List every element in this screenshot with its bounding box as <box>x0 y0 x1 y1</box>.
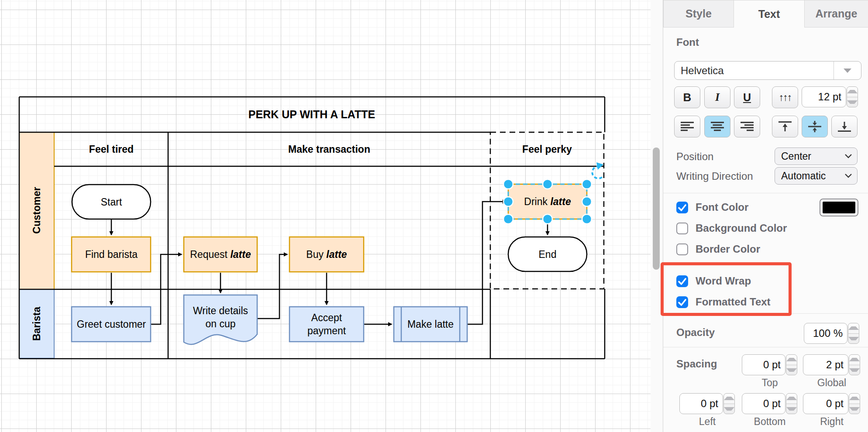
bold-button[interactable]: B <box>674 86 700 108</box>
tab-arrange[interactable]: Arrange <box>804 0 868 27</box>
node-end-label: End <box>539 249 557 260</box>
spacing-bottom-input[interactable]: 0 pt <box>742 393 785 414</box>
phase-feel-tired-label: Feel tired <box>89 144 134 155</box>
border-color-checkbox[interactable] <box>676 243 688 255</box>
format-tabbar: Style Text Arrange <box>663 0 868 28</box>
font-size-stepper[interactable] <box>847 86 858 107</box>
node-request-latte-label: Request latte <box>190 249 251 260</box>
chevron-down-icon <box>845 174 852 178</box>
spacing-right-input[interactable]: 0 pt <box>803 393 848 414</box>
connector-write-buy[interactable] <box>257 254 287 319</box>
spacing-label: Spacing <box>676 358 717 370</box>
position-select[interactable]: Center <box>775 147 858 165</box>
italic-button[interactable]: I <box>704 86 730 108</box>
writing-direction-label: Writing Direction <box>676 170 753 182</box>
align-center-icon <box>711 121 724 132</box>
phase-feel-perky-label: Feel perky <box>522 144 572 155</box>
chevron-down-icon <box>845 154 852 158</box>
font-color-checkbox[interactable] <box>676 202 688 213</box>
vertical-text-button[interactable]: ↑↑↑ <box>772 86 798 108</box>
node-start-label: Start <box>101 196 122 208</box>
valign-top-button[interactable] <box>772 116 798 137</box>
spacing-top-label: Top <box>742 377 798 389</box>
font-family-dropdown-button[interactable] <box>834 62 861 79</box>
opacity-stepper[interactable] <box>848 323 859 344</box>
font-section-label: Font <box>676 36 699 48</box>
valign-middle-button[interactable] <box>802 116 828 137</box>
spacing-top-input[interactable]: 0 pt <box>742 354 785 375</box>
connector-make-drink[interactable] <box>467 202 506 324</box>
diagram-canvas[interactable]: PERK UP WITH A LATTE Feel tired Make tra… <box>0 0 652 432</box>
spacing-right-stepper[interactable] <box>849 393 860 414</box>
tab-text[interactable]: Text <box>734 0 805 27</box>
border-color-row: Border Color <box>676 240 760 258</box>
vertical-text-icon: ↑↑↑ <box>779 92 792 103</box>
phase-make-transaction-label: Make transaction <box>288 144 370 155</box>
align-left-icon <box>681 121 694 132</box>
valign-top-icon <box>778 121 792 132</box>
writing-direction-select[interactable]: Automatic <box>775 167 858 185</box>
spacing-global-label: Global <box>803 377 861 389</box>
align-left-button[interactable] <box>674 116 700 137</box>
dropdown-arrow-icon <box>844 69 851 73</box>
font-family-combobox[interactable]: Helvetica <box>674 61 861 80</box>
lane-barista-label: Barista <box>31 307 42 341</box>
check-icon <box>676 202 688 213</box>
spacing-global-input[interactable]: 2 pt <box>803 354 848 375</box>
node-drink-latte-label: Drink latte <box>524 196 571 207</box>
annotation-highlight-box <box>661 262 792 316</box>
font-color-swatch-button[interactable] <box>820 199 858 216</box>
node-greet-customer-label: Greet customer <box>77 319 146 330</box>
drawio-app: { "diagram": { "title": "PERK UP WITH A … <box>0 0 868 432</box>
opacity-input[interactable]: 100 % <box>804 323 847 344</box>
font-family-value: Helvetica <box>675 65 834 77</box>
vertical-scrollbar-thumb[interactable] <box>653 147 660 270</box>
color-preview <box>823 202 855 213</box>
spacing-left-label: Left <box>679 416 735 428</box>
node-find-barista-label: Find barista <box>85 249 138 260</box>
align-center-button[interactable] <box>704 116 730 137</box>
format-panel: Style Text Arrange Font Helvetica B I U … <box>663 0 868 432</box>
underline-button[interactable]: U <box>734 86 760 108</box>
valign-bottom-button[interactable] <box>831 116 858 137</box>
position-label: Position <box>676 151 713 163</box>
swimlane-diagram: PERK UP WITH A LATTE Feel tired Make tra… <box>0 0 652 432</box>
lane-customer-label: Customer <box>31 187 42 233</box>
node-make-latte-label: Make latte <box>407 319 454 330</box>
pool-title: PERK UP WITH A LATTE <box>248 108 375 120</box>
spacing-global-stepper[interactable] <box>849 354 860 375</box>
spacing-bottom-label: Bottom <box>742 416 798 428</box>
align-right-button[interactable] <box>734 116 760 137</box>
spacing-right-label: Right <box>803 416 861 428</box>
spacing-left-stepper[interactable] <box>723 393 735 414</box>
spacing-left-input[interactable]: 0 pt <box>679 393 723 414</box>
background-color-checkbox[interactable] <box>676 223 688 234</box>
align-right-icon <box>741 121 754 132</box>
tab-style[interactable]: Style <box>663 0 734 27</box>
font-color-row: Font Color <box>676 199 748 216</box>
rotate-handle-icon <box>592 166 602 178</box>
spacing-bottom-stepper[interactable] <box>786 393 797 414</box>
valign-bottom-icon <box>838 121 851 132</box>
node-buy-latte-label: Buy latte <box>306 249 347 260</box>
opacity-label: Opacity <box>676 326 715 339</box>
background-color-row: Background Color <box>676 219 787 237</box>
font-size-input[interactable]: 12 pt <box>802 86 846 107</box>
valign-middle-icon <box>808 121 821 132</box>
spacing-top-stepper[interactable] <box>786 354 797 375</box>
